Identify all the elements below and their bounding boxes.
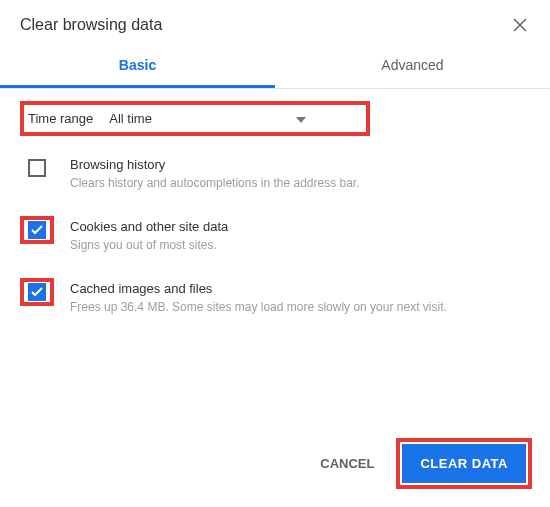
cookies-checkbox[interactable] [28, 221, 46, 239]
option-title: Cookies and other site data [70, 219, 530, 234]
option-text: Browsing history Clears history and auto… [70, 154, 530, 192]
svg-marker-2 [296, 117, 306, 123]
dialog-title: Clear browsing data [20, 16, 162, 34]
clear-button-highlight: CLEAR DATA [396, 438, 532, 489]
browsing-history-checkbox[interactable] [28, 159, 46, 177]
option-desc: Clears history and autocompletions in th… [70, 175, 530, 192]
check-icon [31, 287, 43, 297]
close-button[interactable] [510, 15, 530, 35]
close-icon [513, 18, 527, 32]
tab-advanced[interactable]: Advanced [275, 45, 550, 88]
option-cache: Cached images and files Frees up 36.4 MB… [20, 278, 530, 316]
clear-browsing-data-dialog: Clear browsing data Basic Advanced Time … [0, 0, 550, 507]
options-list: Browsing history Clears history and auto… [0, 136, 550, 315]
checkbox-wrap [20, 278, 54, 306]
checkbox-wrap [20, 216, 54, 244]
option-title: Cached images and files [70, 281, 530, 296]
tab-basic[interactable]: Basic [0, 45, 275, 88]
clear-data-button[interactable]: CLEAR DATA [402, 444, 526, 483]
time-range-section: Time range All time [0, 89, 550, 136]
time-range-value: All time [109, 111, 152, 126]
cache-checkbox[interactable] [28, 283, 46, 301]
time-range-row: Time range All time [20, 101, 370, 136]
checkbox-wrap [20, 154, 54, 182]
option-text: Cookies and other site data Signs you ou… [70, 216, 530, 254]
time-range-select[interactable]: All time [105, 109, 310, 128]
option-cookies: Cookies and other site data Signs you ou… [20, 216, 530, 254]
time-range-label: Time range [26, 111, 93, 126]
option-desc: Frees up 36.4 MB. Some sites may load mo… [70, 299, 530, 316]
cancel-button[interactable]: CANCEL [306, 446, 388, 481]
dialog-footer: CANCEL CLEAR DATA [306, 438, 532, 489]
option-text: Cached images and files Frees up 36.4 MB… [70, 278, 530, 316]
chevron-down-icon [296, 111, 306, 126]
option-title: Browsing history [70, 157, 530, 172]
option-browsing-history: Browsing history Clears history and auto… [20, 154, 530, 192]
option-desc: Signs you out of most sites. [70, 237, 530, 254]
tabs: Basic Advanced [0, 45, 550, 89]
dialog-header: Clear browsing data [0, 0, 550, 45]
check-icon [31, 225, 43, 235]
